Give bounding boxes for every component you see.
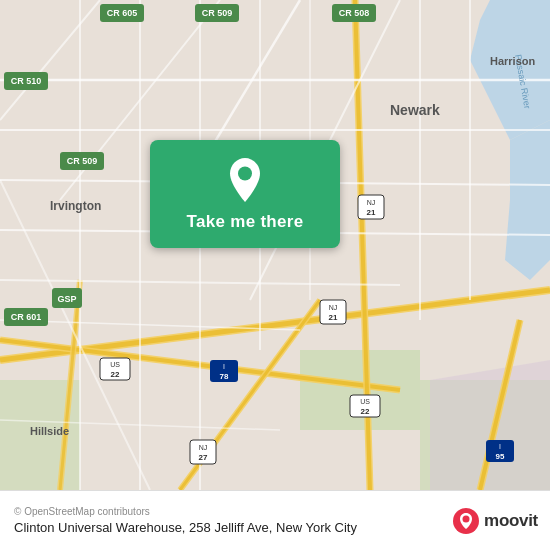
svg-text:21: 21 — [367, 208, 376, 217]
moovit-icon — [452, 507, 480, 535]
svg-text:Hillside: Hillside — [30, 425, 69, 437]
svg-point-78 — [238, 167, 252, 181]
svg-text:NJ: NJ — [329, 304, 338, 311]
svg-text:CR 601: CR 601 — [11, 312, 42, 322]
svg-point-80 — [463, 515, 470, 522]
moovit-logo: moovit — [452, 507, 538, 535]
svg-text:Harrison: Harrison — [490, 55, 536, 67]
svg-text:I: I — [499, 443, 501, 450]
svg-text:CR 509: CR 509 — [67, 156, 98, 166]
info-bar: © OpenStreetMap contributors Clinton Uni… — [0, 490, 550, 550]
svg-text:NJ: NJ — [199, 444, 208, 451]
svg-text:Irvington: Irvington — [50, 199, 101, 213]
address-text: Clinton Universal Warehouse, 258 Jelliff… — [14, 520, 357, 535]
svg-text:Newark: Newark — [390, 102, 440, 118]
svg-text:US: US — [360, 398, 370, 405]
map-container: CR 605 CR 510 CR 509 CR 508 CR 509 NJ 21… — [0, 0, 550, 490]
svg-marker-6 — [430, 360, 550, 490]
take-me-there-label: Take me there — [187, 212, 304, 232]
svg-rect-3 — [300, 350, 420, 430]
svg-text:CR 605: CR 605 — [107, 8, 138, 18]
svg-text:GSP: GSP — [57, 294, 76, 304]
take-me-there-button[interactable]: Take me there — [150, 140, 340, 248]
svg-text:78: 78 — [220, 372, 229, 381]
svg-text:22: 22 — [361, 407, 370, 416]
svg-marker-2 — [505, 120, 550, 280]
info-left: © OpenStreetMap contributors Clinton Uni… — [14, 506, 357, 535]
svg-text:22: 22 — [111, 370, 120, 379]
svg-text:27: 27 — [199, 453, 208, 462]
svg-text:CR 509: CR 509 — [202, 8, 233, 18]
copyright-text: © OpenStreetMap contributors — [14, 506, 357, 517]
svg-text:I: I — [223, 363, 225, 370]
svg-text:NJ: NJ — [367, 199, 376, 206]
svg-text:CR 508: CR 508 — [339, 8, 370, 18]
location-pin-icon — [227, 158, 263, 202]
svg-text:95: 95 — [496, 452, 505, 461]
svg-text:21: 21 — [329, 313, 338, 322]
svg-text:US: US — [110, 361, 120, 368]
svg-text:CR 510: CR 510 — [11, 76, 42, 86]
moovit-label: moovit — [484, 511, 538, 531]
